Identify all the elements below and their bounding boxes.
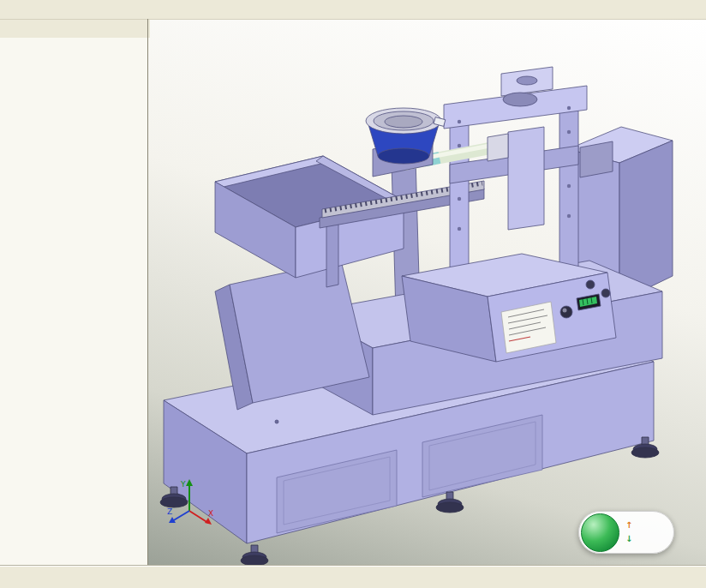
console-button-2: [601, 289, 610, 297]
feature-panel-toolbar: [0, 19, 150, 38]
network-speed-widget[interactable]: ↑ ↓: [578, 511, 674, 554]
assembly-root-header[interactable]: [0, 38, 150, 53]
solidworks-window: Y X Z ↑ ↓: [0, 0, 706, 588]
triad-z-label: Z: [167, 507, 172, 516]
top-toolbar-row: [0, 0, 706, 20]
triad-x-label: X: [208, 509, 213, 518]
featuremanager-tree: [0, 53, 147, 566]
cad-model-3d[interactable]: [148, 19, 706, 566]
sketch-toolbar: [0, 566, 706, 588]
vibration-bowl-feeder[interactable]: [366, 108, 446, 177]
upload-arrow-icon: ↑: [625, 519, 634, 532]
graphics-viewport[interactable]: Y X Z ↑ ↓: [148, 19, 706, 566]
download-arrow-icon: ↓: [625, 532, 634, 546]
network-rates: ↑ ↓: [625, 519, 634, 546]
panel-divider[interactable]: [147, 19, 148, 566]
console-knob: [560, 306, 572, 318]
triad-y-label: Y: [180, 480, 186, 489]
console-button-1: [586, 280, 595, 289]
orientation-triad: Y X Z: [164, 475, 215, 530]
speed-ball[interactable]: [581, 513, 619, 552]
